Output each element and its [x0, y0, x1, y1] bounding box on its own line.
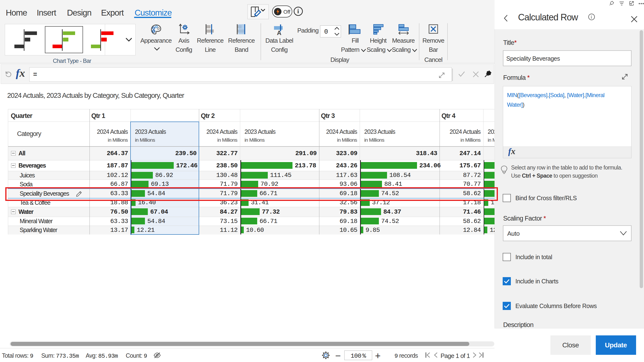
svg-text:A: A	[277, 29, 282, 35]
